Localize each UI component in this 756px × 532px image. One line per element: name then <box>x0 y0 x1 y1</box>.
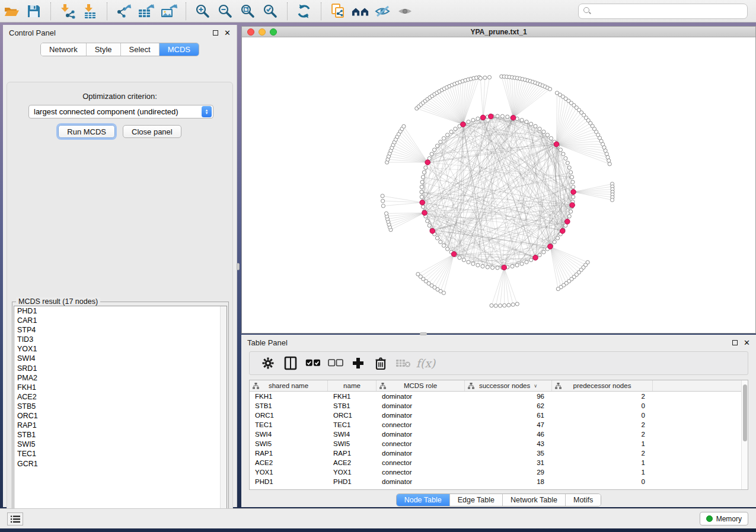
column-header-shared-name[interactable]: shared name <box>250 380 328 391</box>
zoom-out-icon[interactable] <box>216 3 234 20</box>
table-cell: 35 <box>465 448 552 458</box>
mcds-result-item[interactable]: STP4 <box>14 325 227 335</box>
export-image-icon[interactable] <box>160 3 178 20</box>
table-cell: FKH1 <box>328 392 377 401</box>
zoom-selected-region-icon[interactable] <box>261 3 279 20</box>
close-panel-icon[interactable]: ✕ <box>224 30 231 36</box>
column-header-name[interactable]: name <box>328 380 377 391</box>
export-network-icon[interactable] <box>115 3 133 20</box>
mcds-result-item[interactable]: SWI5 <box>14 440 227 449</box>
mcds-result-item[interactable]: ORC1 <box>14 411 227 421</box>
tab-network[interactable]: Network <box>41 43 87 56</box>
table-cell: ACE2 <box>250 458 328 467</box>
toolbar-separator <box>186 2 186 20</box>
table-panel-titlebar: Table Panel ✕ <box>241 335 756 350</box>
toolbar-separator <box>321 2 321 20</box>
mcds-result-item[interactable]: GCR1 <box>14 459 227 469</box>
task-history-button[interactable] <box>7 512 23 525</box>
import-table-file-icon[interactable] <box>81 3 99 20</box>
table-cell: 96 <box>465 392 552 401</box>
first-neighbors-icon[interactable] <box>352 3 369 20</box>
table-cell: dominator <box>377 448 465 458</box>
mcds-result-item[interactable]: ACE2 <box>14 392 227 402</box>
table-cell: connector <box>377 439 465 448</box>
tab-select[interactable]: Select <box>121 43 160 56</box>
table-row[interactable]: STB1STB1dominator620 <box>250 401 748 411</box>
float-panel-icon[interactable] <box>213 30 218 36</box>
mcds-result-item[interactable]: FKH1 <box>14 383 227 392</box>
memory-button[interactable]: Memory <box>700 512 748 525</box>
table-scrollbar[interactable] <box>741 380 748 489</box>
zoom-fit-content-icon[interactable] <box>239 3 257 20</box>
table-row[interactable]: TEC1TEC1connector472 <box>250 420 748 430</box>
hide-selected-icon[interactable] <box>374 3 392 20</box>
mcds-result-item[interactable]: SRD1 <box>14 364 227 373</box>
mcds-result-item[interactable]: TEC1 <box>14 449 227 459</box>
table-row[interactable]: RAP1RAP1dominator352 <box>250 448 748 458</box>
table-cell: 46 <box>465 430 552 439</box>
table-cell: 2 <box>552 392 653 401</box>
tab-network-table[interactable]: Network Table <box>503 494 566 506</box>
select-all-rows-icon[interactable] <box>302 354 324 372</box>
zoom-in-icon[interactable] <box>194 3 212 20</box>
show-all-icon[interactable] <box>397 3 414 20</box>
save-session-icon[interactable] <box>25 3 43 20</box>
run-mcds-button[interactable]: Run MCDS <box>58 125 115 138</box>
tab-motifs[interactable]: Motifs <box>566 494 601 506</box>
mcds-result-item[interactable]: STB1 <box>14 430 227 440</box>
table-scrollbar-thumb[interactable] <box>743 384 747 441</box>
export-table-icon[interactable] <box>138 3 155 20</box>
criterion-dropdown[interactable]: largest connected component (undirected)… <box>28 105 213 118</box>
table-row[interactable]: ACE2ACE2connector311 <box>250 458 748 467</box>
table-panel-tabs: Node TableEdge TableNetwork TableMotifs <box>396 493 602 507</box>
close-panel-button[interactable]: Close panel <box>123 125 181 138</box>
tab-node-table[interactable]: Node Table <box>397 494 450 506</box>
table-options-gear-icon[interactable] <box>257 354 279 372</box>
delete-columns-icon[interactable] <box>369 354 392 372</box>
mcds-result-item[interactable]: TID3 <box>14 335 227 344</box>
vertical-splitter-handle[interactable] <box>237 263 240 270</box>
table-row[interactable]: PHD1PHD1dominator180 <box>250 477 748 486</box>
mcds-result-item[interactable]: SWI4 <box>14 354 227 363</box>
mcds-result-item[interactable]: PHD1 <box>14 306 227 316</box>
open-session-icon[interactable] <box>2 3 20 20</box>
mcds-result-item[interactable]: RAP1 <box>14 421 227 430</box>
table-cell: dominator <box>377 392 465 401</box>
column-header-predecessor-nodes[interactable]: predecessor nodes <box>552 380 653 391</box>
show-columns-icon[interactable] <box>279 354 302 372</box>
mcds-result-item[interactable]: YOX1 <box>14 344 227 354</box>
search-box[interactable] <box>578 4 748 19</box>
column-header-successor-nodes[interactable]: successor nodes∨ <box>465 380 552 391</box>
tab-edge-table[interactable]: Edge Table <box>450 494 503 506</box>
new-network-from-selection-icon[interactable] <box>329 3 347 20</box>
table-row[interactable]: ORC1ORC1dominator610 <box>250 411 748 420</box>
table-cell: 2 <box>552 448 653 458</box>
mcds-result-item[interactable]: PMA2 <box>14 373 227 383</box>
search-input[interactable] <box>594 7 747 15</box>
node-table[interactable]: shared namenameMCDS rolesuccessor nodes∨… <box>249 380 748 490</box>
mcds-result-list[interactable]: PHD1CAR1STP4TID3YOX1SWI4SRD1PMA2FKH1ACE2… <box>14 306 227 518</box>
apply-layout-refresh-icon[interactable] <box>295 3 313 20</box>
network-canvas[interactable] <box>242 37 755 333</box>
tab-style[interactable]: Style <box>87 43 121 56</box>
table-cell: SWI4 <box>328 430 377 439</box>
horizontal-splitter-handle[interactable] <box>420 332 427 335</box>
table-row[interactable]: FKH1FKH1dominator962 <box>250 392 748 401</box>
mcds-result-item[interactable]: STB5 <box>14 402 227 411</box>
close-panel-icon[interactable]: ✕ <box>744 340 750 345</box>
add-column-icon[interactable] <box>347 354 369 372</box>
table-row[interactable]: SWI4SWI4dominator462 <box>250 430 748 439</box>
float-panel-icon[interactable] <box>732 340 738 345</box>
table-row[interactable]: YOX1YOX1connector291 <box>250 467 748 477</box>
import-network-file-icon[interactable] <box>59 3 76 20</box>
mcds-list-scrollbar[interactable] <box>220 306 227 517</box>
toolbar-separator <box>107 2 107 20</box>
mcds-result-item[interactable]: CAR1 <box>14 316 227 325</box>
deselect-all-rows-icon[interactable] <box>324 354 347 372</box>
table-row[interactable]: SWI5SWI5connector431 <box>250 439 748 448</box>
tab-mcds[interactable]: MCDS <box>160 43 199 56</box>
column-header-MCDS-role[interactable]: MCDS role <box>377 380 465 391</box>
network-window-titlebar[interactable]: YPA_prune.txt_1 <box>242 27 755 37</box>
table-cell: SWI4 <box>250 430 328 439</box>
control-panel: Control Panel ✕ NetworkStyleSelectMCDS O… <box>3 25 237 507</box>
